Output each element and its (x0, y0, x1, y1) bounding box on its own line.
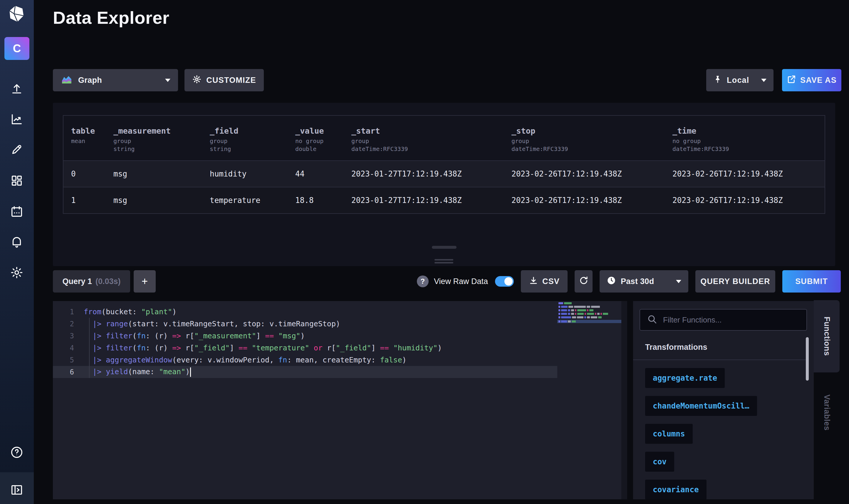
help-icon[interactable] (10, 445, 24, 460)
view-type-dropdown[interactable]: Graph (53, 69, 178, 91)
query-tab[interactable]: Query 1 (0.03s) (53, 270, 130, 292)
table-cell: humidity (210, 161, 295, 187)
query-duration: (0.03s) (95, 277, 121, 286)
scope-dropdown[interactable]: Local (706, 69, 774, 91)
expand-nav-icon[interactable] (10, 483, 24, 497)
view-raw-data-toggle[interactable] (495, 276, 514, 287)
line-number: 6 (53, 368, 74, 376)
view-type-label: Graph (78, 76, 102, 85)
column-header: tablemean (64, 116, 113, 160)
column-header: _startgroupdateTime:RFC3339 (351, 116, 511, 160)
view-raw-data-label: View Raw Data (434, 277, 488, 286)
table-row: 1msgtemperature18.82023-01-27T17:12:19.4… (64, 187, 825, 213)
line-number: 5 (53, 356, 74, 364)
text-cursor (190, 367, 191, 377)
editor-overview-ruler (621, 301, 627, 499)
results-table-header: tablemean_measurementgroupstring_fieldgr… (64, 116, 825, 160)
function-item[interactable]: covariance (645, 480, 706, 499)
minimap-line (557, 320, 621, 323)
csv-download-button[interactable]: CSV (521, 270, 567, 292)
query-builder-button[interactable]: QUERY BUILDER (696, 270, 775, 292)
tasks-calendar-icon[interactable] (10, 205, 24, 219)
line-number: 3 (53, 332, 74, 340)
table-cell: 2023-02-26T17:12:19.438Z (511, 187, 672, 213)
search-icon (647, 314, 658, 326)
filter-functions-input[interactable] (663, 316, 800, 325)
filter-functions-searchbox[interactable] (639, 309, 807, 331)
line-number: 2 (53, 320, 74, 328)
minimap-line (557, 313, 621, 315)
function-item[interactable]: aggregate.rate (645, 368, 725, 388)
code-text: |> filter(fn: (r) => r["_field"] == "tem… (74, 344, 442, 352)
code-line[interactable]: 4 |> filter(fn: (r) => r["_field"] == "t… (53, 342, 557, 354)
alerts-bell-icon[interactable] (10, 235, 24, 249)
org-avatar[interactable]: C (4, 37, 30, 60)
table-cell: 2023-02-26T17:12:19.438Z (672, 161, 825, 187)
time-range-label: Past 30d (621, 277, 654, 286)
save-as-button[interactable]: SAVE AS (782, 69, 842, 91)
chevron-down-icon (165, 79, 170, 82)
tab-functions[interactable]: Functions (814, 300, 839, 373)
function-item[interactable]: cov (645, 452, 674, 472)
function-item[interactable]: columns (645, 424, 693, 444)
customize-button[interactable]: CUSTOMIZE (184, 69, 264, 91)
transformations-heading: Transformations (645, 343, 707, 352)
scope-label: Local (727, 76, 749, 85)
code-line[interactable]: 6 |> yield(name: "mean") (53, 366, 557, 378)
column-header: _valueno groupdouble (295, 116, 351, 160)
functions-scrollbar[interactable] (806, 337, 809, 381)
dashboards-icon[interactable] (10, 174, 24, 188)
code-text: |> filter(fn: (r) => r["_measurement"] =… (74, 331, 305, 340)
code-line[interactable]: 3 |> filter(fn: (r) => r["_measurement"]… (53, 330, 557, 342)
panel-resize-handle[interactable] (434, 259, 453, 265)
results-table-body: 0msghumidity442023-01-27T17:12:19.438Z20… (64, 160, 825, 213)
table-cell: 1 (64, 187, 113, 213)
code-line[interactable]: 2 |> range(start: v.timeRangeStart, stop… (53, 318, 557, 330)
table-cell: 44 (295, 161, 351, 187)
flux-code-editor[interactable]: 1from(bucket: "plant")2 |> range(start: … (53, 301, 627, 499)
add-query-button[interactable]: + (134, 270, 156, 292)
influxdb-logo-icon[interactable] (7, 5, 26, 23)
functions-panel: Transformations aggregate.ratechandeMome… (633, 301, 814, 499)
column-header: _timeno groupdateTime:RFC3339 (672, 116, 825, 160)
line-number: 4 (53, 344, 74, 352)
results-table: tablemean_measurementgroupstring_fieldgr… (63, 115, 825, 214)
chevron-down-icon (761, 79, 766, 82)
table-row: 0msghumidity442023-01-27T17:12:19.438Z20… (64, 160, 825, 187)
code-line[interactable]: 1from(bucket: "plant") (53, 306, 557, 318)
code-line[interactable]: 5 |> aggregateWindow(every: v.windowPeri… (53, 354, 557, 366)
submit-button[interactable]: SUBMIT (782, 270, 841, 292)
line-number: 1 (53, 308, 74, 316)
table-cell: msg (113, 161, 210, 187)
graphs-icon[interactable] (10, 112, 24, 126)
gear-icon (192, 75, 201, 86)
data-explorer-page: C Data Explorer (0, 0, 849, 504)
indent-guide (89, 318, 90, 378)
export-icon (787, 75, 796, 86)
time-range-dropdown[interactable]: Past 30d (600, 270, 688, 292)
page-title: Data Explorer (53, 7, 169, 28)
tab-variables[interactable]: Variables (814, 389, 839, 436)
table-cell: temperature (210, 187, 295, 213)
raw-data-help-icon[interactable]: ? (417, 275, 429, 287)
code-text: |> yield(name: "mean") (74, 367, 191, 377)
code-text: |> aggregateWindow(every: v.windowPeriod… (74, 356, 407, 364)
minimap-line (557, 316, 621, 318)
column-header: _stopgroupdateTime:RFC3339 (511, 116, 672, 160)
refresh-button[interactable] (575, 270, 593, 292)
editor-minimap[interactable] (557, 302, 621, 325)
minimap-line (557, 302, 621, 304)
horizontal-scrollbar[interactable] (432, 246, 456, 249)
toggle-knob (504, 277, 513, 286)
function-item[interactable]: chandeMomentumOscill… (645, 396, 757, 416)
minimap-line (557, 309, 621, 311)
table-cell: 0 (64, 161, 113, 187)
query-tab-label: Query 1 (62, 277, 92, 286)
annotate-pencil-icon[interactable] (10, 142, 24, 157)
table-cell: 18.8 (295, 187, 351, 213)
area-graph-icon (60, 74, 73, 87)
column-header: _measurementgroupstring (113, 116, 210, 160)
clock-icon (607, 276, 616, 287)
csv-label: CSV (542, 277, 560, 286)
settings-gear-icon[interactable] (10, 266, 24, 280)
